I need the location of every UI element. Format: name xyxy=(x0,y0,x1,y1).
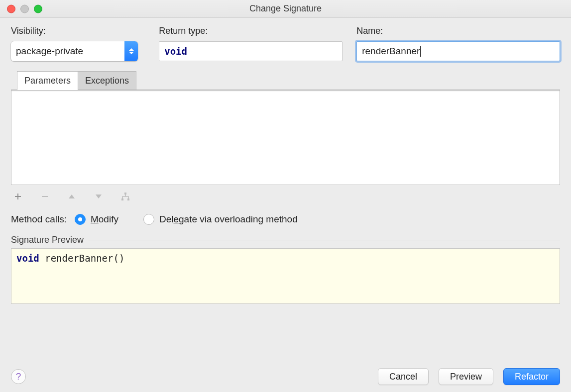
return-type-input[interactable]: void xyxy=(159,41,343,61)
text-caret-icon xyxy=(420,46,421,57)
cancel-button[interactable]: Cancel xyxy=(378,368,429,385)
tab-parameters[interactable]: Parameters xyxy=(17,71,78,90)
name-value: renderBanner xyxy=(362,46,420,57)
visibility-select[interactable]: package-private xyxy=(11,41,138,61)
return-type-value: void xyxy=(164,46,187,57)
radio-delegate[interactable]: Delegate via overloading method xyxy=(143,214,298,225)
refactor-button[interactable]: Refactor xyxy=(503,368,560,385)
close-window-button[interactable] xyxy=(7,4,15,13)
preview-rest: renderBanner() xyxy=(39,253,125,264)
radio-icon xyxy=(75,214,86,225)
signature-form: Visibility: package-private Return type:… xyxy=(11,26,560,61)
move-up-icon[interactable] xyxy=(67,192,77,201)
visibility-value: package-private xyxy=(11,41,124,61)
svg-rect-0 xyxy=(42,196,48,197)
preview-button[interactable]: Preview xyxy=(439,368,493,385)
svg-rect-1 xyxy=(124,193,126,195)
radio-icon xyxy=(143,214,154,225)
parameters-toolbar xyxy=(11,190,560,203)
radio-modify[interactable]: Modify xyxy=(75,214,118,225)
zoom-window-button[interactable] xyxy=(34,4,42,13)
help-button[interactable]: ? xyxy=(11,369,26,384)
titlebar: Change Signature xyxy=(0,0,571,18)
name-input[interactable]: renderBanner xyxy=(356,41,560,61)
radio-delegate-label: Delegate via overloading method xyxy=(159,214,298,225)
svg-rect-2 xyxy=(121,198,123,200)
add-icon[interactable] xyxy=(13,192,23,201)
return-type-label: Return type: xyxy=(159,26,343,36)
visibility-label: Visibility: xyxy=(11,26,145,36)
divider xyxy=(89,240,560,240)
tabs: Parameters Exceptions xyxy=(11,71,560,90)
minimize-window-button[interactable] xyxy=(20,4,29,13)
method-calls-row: Method calls: Modify Delegate via overlo… xyxy=(11,214,560,225)
method-calls-label: Method calls: xyxy=(11,214,67,225)
window-controls xyxy=(7,4,42,13)
remove-icon[interactable] xyxy=(40,192,50,201)
preview-keyword: void xyxy=(16,253,39,264)
tree-icon[interactable] xyxy=(120,192,130,201)
svg-rect-3 xyxy=(127,198,129,200)
chevron-updown-icon xyxy=(124,41,138,61)
window-title: Change Signature xyxy=(249,3,322,14)
signature-preview: void renderBanner() xyxy=(11,248,560,304)
tab-exceptions[interactable]: Exceptions xyxy=(78,71,136,90)
name-label: Name: xyxy=(356,26,560,36)
radio-modify-label: Modify xyxy=(91,214,118,225)
preview-label: Signature Preview xyxy=(11,235,84,245)
parameters-panel[interactable] xyxy=(11,90,560,185)
preview-section-title: Signature Preview xyxy=(11,235,560,245)
move-down-icon[interactable] xyxy=(94,192,104,201)
